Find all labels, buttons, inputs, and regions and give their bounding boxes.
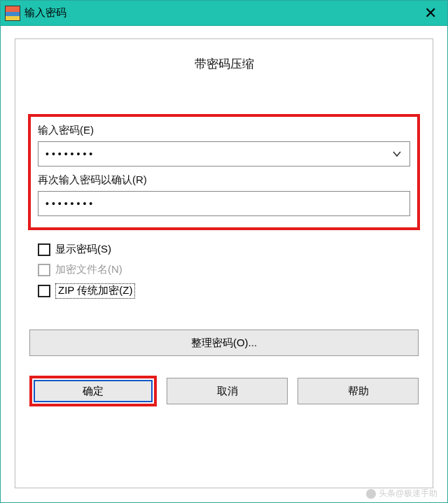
chevron-down-icon	[392, 149, 402, 159]
app-icon	[5, 6, 20, 21]
watermark: 头条@极速手助	[366, 488, 438, 500]
titlebar-left: 输入密码	[5, 6, 66, 21]
organize-passwords-button[interactable]: 整理密码(O)...	[29, 330, 419, 356]
password-highlight-box: 输入密码(E) 再次输入密码以确认(R)	[28, 114, 420, 230]
titlebar: 输入密码 ✕	[1, 1, 447, 26]
zip-legacy-checkbox-row[interactable]: ZIP 传统加密(Z)	[38, 283, 417, 299]
password-dropdown[interactable]	[384, 142, 410, 166]
zip-legacy-label: ZIP 传统加密(Z)	[55, 283, 135, 299]
dialog-body: 带密码压缩 输入密码(E) 再次输入密码以确认(R) 显示密码(S) 加密文件名…	[15, 38, 433, 488]
confirm-password-label: 再次输入密码以确认(R)	[38, 173, 410, 187]
show-password-checkbox-row[interactable]: 显示密码(S)	[38, 243, 417, 256]
show-password-label: 显示密码(S)	[55, 243, 111, 256]
close-button[interactable]: ✕	[419, 4, 442, 22]
action-button-row: 确定 取消 帮助	[28, 376, 420, 406]
password-dialog-window: 输入密码 ✕ 带密码压缩 输入密码(E) 再次输入密码以确认(R) 显示密码(S…	[0, 0, 448, 503]
password-label: 输入密码(E)	[38, 124, 410, 137]
ok-highlight-box: 确定	[29, 376, 157, 406]
help-button[interactable]: 帮助	[298, 378, 419, 404]
watermark-text: 头条@极速手助	[379, 488, 438, 500]
organize-button-wrap: 整理密码(O)...	[28, 330, 420, 356]
encrypt-filenames-checkbox-row: 加密文件名(N)	[38, 263, 417, 276]
encrypt-filenames-label: 加密文件名(N)	[55, 263, 122, 276]
checkbox-icon	[38, 264, 50, 276]
window-title: 输入密码	[24, 6, 66, 20]
dialog-heading: 带密码压缩	[28, 56, 420, 72]
password-input-row	[38, 141, 410, 167]
password-input[interactable]	[38, 142, 384, 166]
watermark-icon	[366, 489, 376, 499]
cancel-button[interactable]: 取消	[167, 378, 288, 404]
checkbox-group: 显示密码(S) 加密文件名(N) ZIP 传统加密(Z)	[28, 239, 420, 299]
checkbox-icon	[38, 243, 50, 256]
checkbox-icon	[38, 285, 50, 297]
confirm-password-input[interactable]	[38, 191, 410, 216]
ok-button[interactable]: 确定	[34, 380, 153, 402]
